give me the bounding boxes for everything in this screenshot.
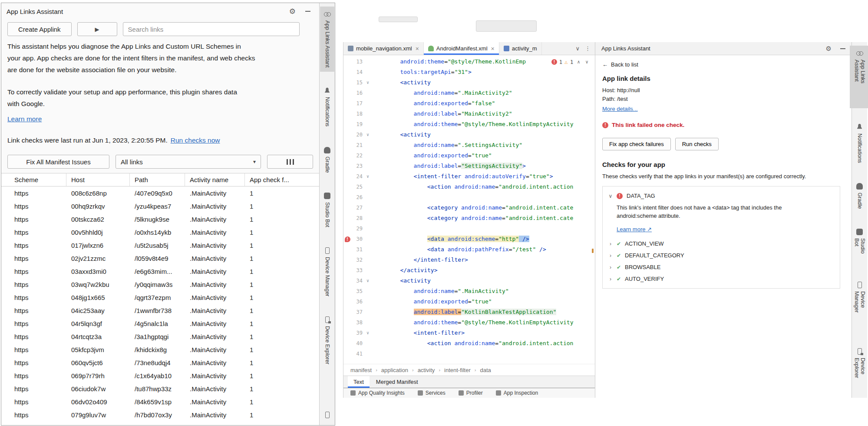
tool-strip-item-notifications[interactable]: Notifications [320,83,334,131]
table-row[interactable]: https06ciudok7w/tu87hwp33z.MainActivity1 [1,382,319,395]
settings-gear-icon[interactable]: ⚙ [826,45,832,52]
prev-next-issue-icons[interactable]: ∧ ∨ [577,59,590,65]
table-row[interactable]: https060qv5jct6/73ne8udqj4.MainActivity1 [1,356,319,369]
links-filter-dropdown[interactable]: All links ▾ [116,155,261,169]
table-row[interactable]: https04r5lqn3gf/4g5nalc1la.MainActivity1 [1,317,319,330]
code-line[interactable]: 21android:name=".SettingsActivity" [343,140,595,150]
table-row[interactable]: https04ic253aay/1wwnfbr738.MainActivity1 [1,304,319,317]
close-tab-icon[interactable]: × [491,45,495,52]
close-tab-icon[interactable]: × [416,45,419,52]
tool-strip-item-device-explorer[interactable]: Device Explorer [320,312,334,369]
code-line[interactable]: 17android:exported="false" [343,98,595,109]
editor-tab-androidmanifest.xml[interactable]: AndroidManifest.xml× [424,42,499,55]
bottom-tab-text[interactable]: Text [348,376,370,388]
tool-window-icon[interactable] [325,412,330,418]
tool-strip-item-studio-bot[interactable]: Studio Bot [850,224,868,266]
tool-strip-item-device-explorer[interactable]: Device Explorer [850,344,868,398]
tool-strip-item-gradle[interactable]: Gradle [320,143,334,177]
code-line[interactable]: 37android:label="KotlinBlankTestApplicat… [343,307,595,317]
run-button[interactable]: ▶ [77,22,117,36]
code-line[interactable]: 14tools:targetApi="31"> [343,67,595,77]
run-checks-button[interactable]: Run checks [675,138,719,150]
tool-window-button[interactable]: Profiler [459,390,483,396]
breadcrumb-item[interactable]: intent-filter [444,367,471,373]
code-line[interactable]: 16android:name=".MainActivity2" [343,88,595,98]
editor-tab-activity_m[interactable]: activity_m [499,42,542,55]
code-line[interactable]: 22android:exported="true" [343,150,595,161]
table-row[interactable]: https00hq9zrkqv/yzu4kpeas7.MainActivity1 [1,200,319,213]
breadcrumb-item[interactable]: data [480,367,491,373]
error-stripe-mark[interactable] [592,249,594,253]
table-row[interactable]: https008c6z68np/407e09q5x0.MainActivity1 [1,186,319,200]
more-details-link[interactable]: More details... [602,106,638,112]
bottom-tab-merged-manifest[interactable]: Merged Manifest [370,376,424,388]
minimize-icon[interactable] [840,48,845,49]
learn-more-link[interactable]: Learn more ↗ [617,226,652,233]
code-line[interactable]: 38android:theme="@style/Theme.KotlinEmpt… [343,317,595,328]
fold-icon[interactable]: ∨ [363,276,373,286]
code-line[interactable]: 39∨<intent-filter> [343,328,595,338]
code-line[interactable]: 35android:name=".MainActivity" [343,286,595,296]
table-row[interactable]: https03wq7w2kbu/y0qqimaw3s.MainActivity1 [1,278,319,291]
more-options-icon[interactable]: ⋮ [585,45,591,52]
code-line[interactable]: 24∨<intent-filter android:autoVerify="tr… [343,171,595,182]
minimize-icon[interactable] [305,11,310,12]
run-checks-now-link[interactable]: Run checks now [171,134,220,146]
column-header[interactable]: Scheme [1,173,66,186]
tool-strip-item-device-manager[interactable]: Device Manager [320,243,334,301]
code-line[interactable]: 41 [343,349,595,359]
table-row[interactable]: https079g9luv7w/h7bd07ox3y.MainActivity1 [1,408,319,421]
breadcrumb-item[interactable]: application [381,367,408,373]
fold-icon[interactable]: ∨ [363,77,373,88]
tool-strip-item-device-manager[interactable]: Device Manager [850,277,868,333]
table-row[interactable]: https04rtcqtz3a/3a1hgptqgi.MainActivity1 [1,330,319,343]
table-row[interactable]: https048jg1x665/qgrt37ezpm.MainActivity1 [1,291,319,304]
check-row-data-tag[interactable]: ∨ ! DATA_TAG [603,190,840,202]
learn-more-link[interactable]: Learn more [7,115,42,123]
table-row[interactable]: https06dv02o409/84k659v1sp.MainActivity1 [1,395,319,408]
code-line[interactable]: 32</intent-filter> [343,255,595,265]
code-line[interactable]: !30<data android:scheme="http" /> [343,234,595,244]
code-line[interactable]: 19android:theme="@style/Theme.KotlinEmpt… [343,119,595,130]
table-row[interactable]: https05kfcp3jvm/khidckix8g.MainActivity1 [1,343,319,356]
code-line[interactable]: 40<action android:name="android.intent.a… [343,338,595,349]
code-line[interactable]: 33</activity> [343,265,595,276]
back-to-list-link[interactable]: ← Back to list [602,61,845,68]
search-links-input[interactable] [123,22,300,36]
code-line[interactable]: 36android:exported="true" [343,296,595,307]
editor-tab-mobile_navigation.xml[interactable]: mobile_navigation.xml× [343,42,424,55]
column-header[interactable]: Activity name [185,173,245,186]
check-row-default_category[interactable]: ›✔DEFAULT_CATEGORY [603,250,840,261]
fix-app-check-failures-button[interactable]: Fix app check failures [602,138,671,150]
tool-strip-item-gradle[interactable]: Gradle [852,179,867,213]
fold-icon[interactable]: ∨ [363,171,373,182]
inspection-widget[interactable]: ! 1 ⚠ 1 ∧ ∨ [551,59,590,65]
breadcrumb-item[interactable]: activity [418,367,435,373]
table-row[interactable]: https069p7r79rh/c1x64yab10.MainActivity1 [1,369,319,382]
code-line[interactable]: 15∨<activity [343,77,595,88]
tool-strip-item-notifications[interactable]: Notifications [852,120,867,167]
code-editor[interactable]: 13android:theme="@style/Theme.KotlinEmp1… [343,55,595,364]
code-line[interactable]: 26 [343,192,595,203]
tool-strip-item-studio-bot[interactable]: Studio Bot [320,188,334,232]
check-row-auto_verify[interactable]: ›✔AUTO_VERIFY [603,273,840,285]
hidden-tabs-dropdown-icon[interactable]: ∨ [575,45,580,52]
code-line[interactable]: 28<category android:name="android.intent… [343,213,595,223]
code-line[interactable]: 29 [343,223,595,234]
code-line[interactable]: 18android:label="MainActivity2" [343,109,595,119]
code-line[interactable]: 27<category android:name="android.intent… [343,203,595,213]
create-applink-button[interactable]: Create Applink [7,22,72,36]
breadcrumb-item[interactable]: manifest [350,367,372,373]
tool-window-button[interactable]: App Quality Insights [350,390,405,396]
tool-window-button[interactable]: Services [418,390,446,396]
column-header[interactable]: Host [66,173,130,186]
table-row[interactable]: https03axxd3mi0/e6g63mim....MainActivity… [1,265,319,278]
tool-window-button[interactable]: App Inspection [496,390,538,396]
fold-icon[interactable]: ∨ [363,130,373,140]
code-line[interactable]: 20∨<activity [343,130,595,140]
code-line[interactable]: 34∨<activity [343,276,595,286]
code-line[interactable]: 23android:label="SettingsActivity"> [343,161,595,171]
table-row[interactable]: https02jv21zzmc/l059v8t4e9.MainActivity1 [1,252,319,265]
table-row[interactable]: https00tskcza62/5lknugk9se.MainActivity1 [1,213,319,226]
table-row[interactable]: https00v5hhld0j/o0xhs14ykb.MainActivity1 [1,226,319,239]
